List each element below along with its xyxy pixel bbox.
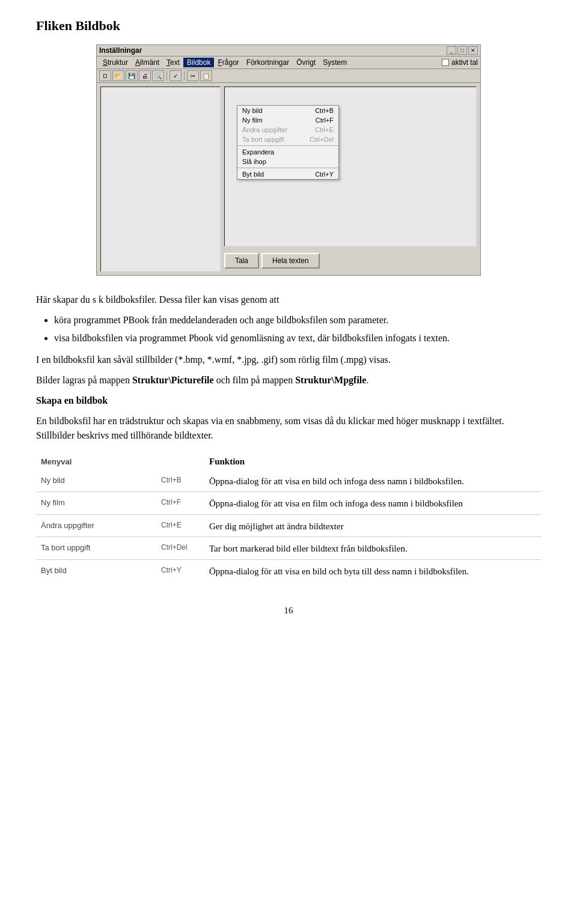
window-content: Ny bild Ctrl+B Ny film Ctrl+F Ändra uppg… [97,83,480,275]
tab-fragor[interactable]: Frågor [214,58,242,67]
menu-item-label: Ny film [36,492,156,515]
minimize-button[interactable]: _ [447,46,456,55]
menu-item-label: Ny bild [36,471,156,492]
toolbar-print[interactable]: 🖨 [139,70,151,81]
ctx-ny-film[interactable]: Ny film Ctrl+F [237,115,338,125]
tab-system[interactable]: System [319,58,350,67]
ctx-ny-bild-label: Ny bild [242,107,263,114]
aktiv-tal-checkbox[interactable] [442,59,449,66]
para-stillbilder: I en bildboksfil kan såväl stillbilder (… [36,353,541,367]
ctx-ny-bild-shortcut: Ctrl+B [315,107,334,114]
ctx-ta-bort-uppgift[interactable]: Ta bort uppgift Ctrl+Del [237,135,338,144]
table-row: Ny filmCtrl+FÖppna-dialog för att visa e… [36,492,541,515]
hela-texten-button[interactable]: Hela texten [261,253,320,269]
right-image-area: Ny bild Ctrl+B Ny film Ctrl+F Ändra uppg… [224,87,477,246]
tab-forkortningar[interactable]: Förkortningar [243,58,293,67]
close-button[interactable]: ✕ [468,46,478,55]
ctx-andra-uppgifter[interactable]: Ändra uppgifter Ctrl+E [237,125,338,135]
table-row: Ny bildCtrl+BÖppna-dialog för att visa e… [36,471,541,492]
toolbar-separator-1 [166,71,167,81]
section-para: En bildboksfil har en trädstruktur och s… [36,414,541,443]
menu-item-label: Byt bild [36,559,156,582]
left-tree-panel [100,87,221,272]
window-controls[interactable]: _ □ ✕ [447,46,478,55]
toolbar-separator-2 [184,71,185,81]
window-toolbar: 🗋 📂 💾 🖨 🔍 ✓ ✂ 📋 [97,69,480,83]
function-description: Ger dig möjlighet att ändra bildtexter [204,514,541,537]
ctx-sla-ihop[interactable]: Slå ihop [237,157,338,166]
function-description: Tar bort markerad bild eller bildtext fr… [204,537,541,560]
tala-button[interactable]: Tala [224,253,259,269]
tab-struktur[interactable]: Struktur [99,58,132,67]
ctx-separator-2 [237,168,338,168]
ctx-andra-uppgifter-shortcut: Ctrl+E [315,126,334,133]
intro-text: Här skapar du s k bildboksfiler. Dessa f… [36,293,541,307]
shortcut-label: Ctrl+Del [156,537,204,560]
table-row: Byt bildCtrl+YÖppna-dialog för att visa … [36,559,541,582]
ctx-byt-bild[interactable]: Byt bild Ctrl+Y [237,169,338,179]
page-title: Fliken Bildbok [36,18,541,34]
function-description: Öppna-dialog för att visa en bild och by… [204,559,541,582]
ctx-sla-ihop-label: Slå ihop [242,158,266,165]
window-menubar: Struktur Allmänt Text Bildbok Frågor För… [97,56,480,69]
ctx-expandera-label: Expandera [242,148,274,156]
para-bilder-lagras: Bilder lagras på mappen Struktur\Picture… [36,373,541,388]
screenshot-window: Inställningar _ □ ✕ Struktur Allmänt Tex… [96,44,481,276]
ctx-ny-film-label: Ny film [242,117,263,124]
context-menu: Ny bild Ctrl+B Ny film Ctrl+F Ändra uppg… [237,105,339,180]
menu-item-label: Ta bort uppgift [36,537,156,560]
toolbar-new[interactable]: 🗋 [99,70,111,81]
shortcut-label: Ctrl+Y [156,559,204,582]
page-number: 16 [284,606,293,615]
tab-text[interactable]: Text [163,58,183,67]
toolbar-cut[interactable]: ✂ [187,70,199,81]
aktiv-tal-container: aktivt tal [442,58,478,67]
ctx-ta-bort-shortcut: Ctrl+Del [310,136,334,143]
maximize-button[interactable]: □ [457,46,467,55]
page-footer: 16 [36,606,541,616]
section-heading-skapa: Skapa en bildbok [36,394,541,408]
ctx-ny-film-shortcut: Ctrl+F [316,117,334,124]
shortcut-label: Ctrl+E [156,514,204,537]
table-row: Ta bort uppgiftCtrl+DelTar bort markerad… [36,537,541,560]
function-description: Öppna-dialog för att visa en film och in… [204,492,541,515]
shortcut-label: Ctrl+F [156,492,204,515]
table-row: Ändra uppgifterCtrl+EGer dig möjlighet a… [36,514,541,537]
ctx-byt-bild-label: Byt bild [242,171,264,178]
toolbar-copy[interactable]: 📋 [200,70,212,81]
col-funktion-header: Funktion [204,452,541,471]
col-menyval-header: Menyval [36,452,204,471]
bullet-item-2: visa bildboksfilen via programmet Pbook … [54,331,541,345]
window-title: Inställningar [99,46,142,55]
menu-item-label: Ändra uppgifter [36,514,156,537]
table-header-row: Menyval Funktion [36,452,541,471]
ctx-andra-uppgifter-label: Ändra uppgifter [242,126,287,133]
ctx-ny-bild[interactable]: Ny bild Ctrl+B [237,106,338,115]
ctx-expandera[interactable]: Expandera [237,147,338,157]
shortcut-label: Ctrl+B [156,471,204,492]
tab-ovrigt[interactable]: Övrigt [293,58,319,67]
ctx-byt-bild-shortcut: Ctrl+Y [315,171,334,178]
ctx-ta-bort-label: Ta bort uppgift [242,136,284,143]
tab-allmant[interactable]: Allmänt [132,58,163,67]
toolbar-preview[interactable]: 🔍 [152,70,164,81]
bullet-item-1: köra programmet PBook från meddelanderad… [54,313,541,327]
window-footer-buttons: Tala Hela texten [224,250,477,272]
menu-function-table: Menyval Funktion Ny bildCtrl+BÖppna-dial… [36,452,541,582]
right-panel: Ny bild Ctrl+B Ny film Ctrl+F Ändra uppg… [224,87,477,272]
toolbar-check[interactable]: ✓ [169,70,182,81]
intro-bullets: köra programmet PBook från meddelanderad… [54,313,541,345]
body-content: Här skapar du s k bildboksfiler. Dessa f… [36,293,541,582]
toolbar-save[interactable]: 💾 [126,70,138,81]
aktiv-tal-label: aktivt tal [451,58,478,67]
ctx-separator-1 [237,145,338,146]
tab-bildbok[interactable]: Bildbok [183,58,214,67]
window-titlebar: Inställningar _ □ ✕ [97,45,480,56]
function-description: Öppna-dialog för att visa en bild och in… [204,471,541,492]
toolbar-open[interactable]: 📂 [112,70,124,81]
